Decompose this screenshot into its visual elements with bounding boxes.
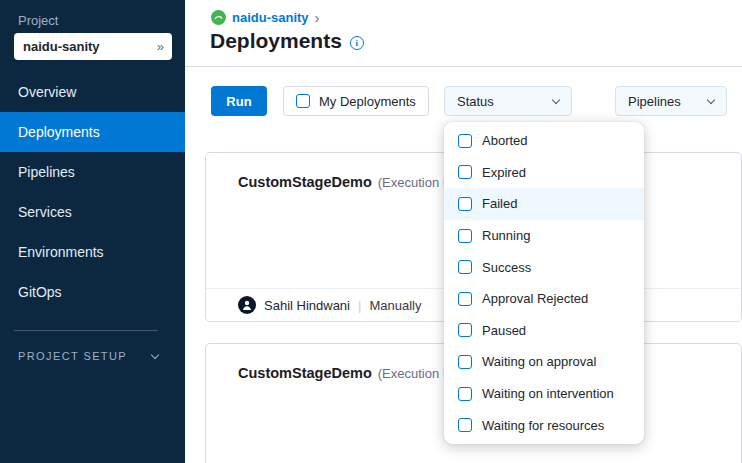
chevron-down-icon <box>151 350 159 358</box>
checkbox-icon[interactable] <box>458 387 472 401</box>
status-option-label: Success <box>482 260 531 275</box>
sidebar-item-label: Overview <box>18 84 76 100</box>
project-avatar-icon <box>211 10 226 25</box>
checkbox-icon[interactable] <box>458 260 472 274</box>
checkbox-icon[interactable] <box>458 165 472 179</box>
my-deployments-filter[interactable]: My Deployments <box>283 86 429 116</box>
status-option-waiting-for-resources[interactable]: Waiting for resources <box>444 409 644 441</box>
status-option-label: Expired <box>482 165 526 180</box>
header-divider <box>185 66 742 67</box>
checkbox-icon[interactable] <box>458 323 472 337</box>
page-title-row: Deployments i <box>210 29 364 53</box>
status-option-aborted[interactable]: Aborted <box>444 125 644 157</box>
status-option-label: Paused <box>482 323 526 338</box>
sidebar-item-label: GitOps <box>18 284 62 300</box>
chevron-down-icon <box>707 95 715 103</box>
execution-id-text: (Execution Id <box>378 366 454 381</box>
status-filter-dropdown[interactable]: Status <box>444 86 572 116</box>
sidebar-item-overview[interactable]: Overview <box>0 72 185 112</box>
run-button[interactable]: Run <box>211 86 267 116</box>
status-option-failed[interactable]: Failed <box>444 188 644 220</box>
status-option-label: Running <box>482 228 530 243</box>
my-deployments-checkbox[interactable] <box>296 94 310 108</box>
pipeline-name: CustomStageDemo <box>238 174 372 190</box>
status-option-waiting-on-intervention[interactable]: Waiting on intervention <box>444 378 644 410</box>
sidebar-divider <box>14 330 158 331</box>
sidebar-item-gitops[interactable]: GitOps <box>0 272 185 312</box>
sidebar-nav: Overview Deployments Pipelines Services … <box>0 72 185 312</box>
status-option-label: Failed <box>482 196 517 211</box>
pipeline-name: CustomStageDemo <box>238 365 372 381</box>
my-deployments-label: My Deployments <box>319 94 416 109</box>
status-option-paused[interactable]: Paused <box>444 315 644 347</box>
pipelines-filter-label: Pipelines <box>628 94 681 109</box>
checkbox-icon[interactable] <box>458 418 472 432</box>
sidebar-item-environments[interactable]: Environments <box>0 232 185 272</box>
status-option-success[interactable]: Success <box>444 251 644 283</box>
sidebar-item-label: Services <box>18 204 72 220</box>
status-option-label: Aborted <box>482 133 528 148</box>
project-selector-value: naidu-sanity <box>23 39 100 54</box>
chevron-down-icon <box>552 95 560 103</box>
page-title: Deployments <box>210 29 342 53</box>
breadcrumb: naidu-sanity › <box>211 10 320 25</box>
status-option-label: Waiting on intervention <box>482 386 614 401</box>
info-icon[interactable]: i <box>350 36 364 50</box>
status-option-running[interactable]: Running <box>444 220 644 252</box>
checkbox-icon[interactable] <box>458 229 472 243</box>
project-selector[interactable]: naidu-sanity » <box>14 33 172 60</box>
breadcrumb-chevron-icon: › <box>315 10 320 25</box>
sidebar-item-label: Deployments <box>18 124 100 140</box>
status-option-label: Waiting for resources <box>482 418 604 433</box>
expand-project-selector-icon[interactable]: » <box>157 39 163 54</box>
project-setup-label: PROJECT SETUP <box>18 350 127 362</box>
checkbox-icon[interactable] <box>458 292 472 306</box>
status-option-label: Approval Rejected <box>482 291 588 306</box>
pipelines-filter-dropdown[interactable]: Pipelines <box>615 86 727 116</box>
sidebar-item-label: Environments <box>18 244 104 260</box>
status-filter-label: Status <box>457 94 494 109</box>
status-option-waiting-on-approval[interactable]: Waiting on approval <box>444 346 644 378</box>
footer-separator: | <box>358 298 361 313</box>
sidebar-item-label: Pipelines <box>18 164 75 180</box>
triggered-by-name: Sahil Hindwani <box>264 298 350 313</box>
sidebar-item-pipelines[interactable]: Pipelines <box>0 152 185 192</box>
checkbox-icon[interactable] <box>458 134 472 148</box>
project-label: Project <box>18 13 58 28</box>
checkbox-icon[interactable] <box>458 355 472 369</box>
user-avatar-icon <box>238 296 256 314</box>
status-option-expired[interactable]: Expired <box>444 157 644 189</box>
status-filter-menu: Aborted Expired Failed Running Success A… <box>444 122 644 444</box>
status-option-approval-rejected[interactable]: Approval Rejected <box>444 283 644 315</box>
sidebar: Project naidu-sanity » Overview Deployme… <box>0 0 185 463</box>
execution-id-text: (Execution Id <box>378 175 454 190</box>
trigger-type: Manually <box>369 298 421 313</box>
app-window: Project naidu-sanity » Overview Deployme… <box>0 0 742 463</box>
breadcrumb-project-link[interactable]: naidu-sanity <box>232 10 309 25</box>
status-option-label: Waiting on approval <box>482 354 596 369</box>
sidebar-item-deployments[interactable]: Deployments <box>0 112 185 152</box>
project-setup-toggle[interactable]: PROJECT SETUP <box>18 350 158 362</box>
checkbox-icon[interactable] <box>458 197 472 211</box>
sidebar-item-services[interactable]: Services <box>0 192 185 232</box>
